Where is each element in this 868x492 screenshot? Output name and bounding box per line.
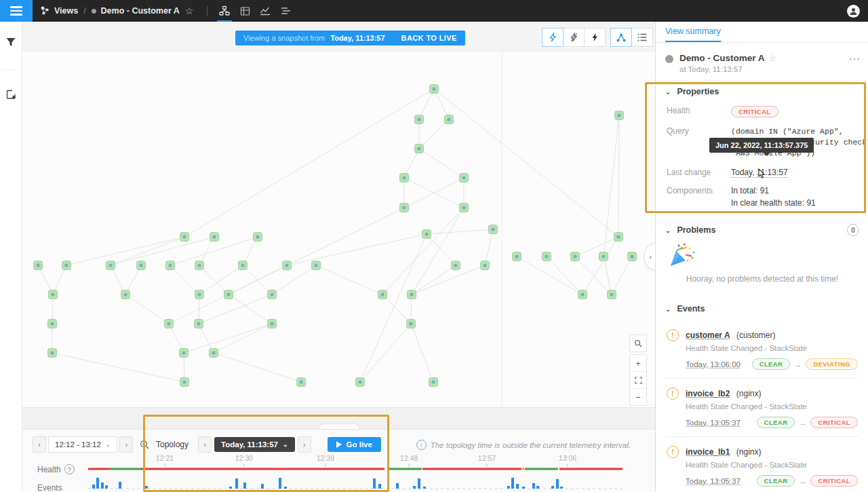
topology-node[interactable] <box>628 252 637 261</box>
topology-time-prev-button[interactable]: ‹ <box>198 436 212 453</box>
topology-node[interactable] <box>542 252 551 261</box>
topology-node[interactable] <box>460 204 469 212</box>
topology-node[interactable] <box>62 261 71 270</box>
topology-node[interactable] <box>165 320 174 328</box>
topology-node[interactable] <box>49 290 58 299</box>
filter-funnel-icon[interactable] <box>0 27 22 57</box>
event-from-badge: CLEAR <box>757 475 795 487</box>
interval-next-button[interactable]: › <box>119 436 133 453</box>
favorite-star-icon[interactable]: ☆ <box>185 5 194 16</box>
event-card[interactable]: ! invoice_lb2 (nginx) Health State Chang… <box>665 378 859 436</box>
event-component-name[interactable]: invoice_lb1 <box>686 447 730 457</box>
topology-node[interactable] <box>34 261 43 270</box>
topology-node[interactable] <box>578 290 587 299</box>
topology-node[interactable] <box>180 349 189 358</box>
topology-node[interactable] <box>297 378 306 387</box>
event-card[interactable]: ! invoice_lb1 (nginx) Health State Chang… <box>665 436 859 492</box>
problems-header[interactable]: ⌄ Problems 0 <box>665 224 859 236</box>
topology-node[interactable] <box>106 261 115 270</box>
topology-node[interactable] <box>195 290 204 299</box>
topology-view-icon[interactable] <box>214 0 235 22</box>
topology-node[interactable] <box>283 261 292 270</box>
topology-node[interactable] <box>378 290 387 299</box>
topology-node[interactable] <box>356 378 365 387</box>
telemetry-interval-select[interactable]: 12:12 - 13:12 ⌄ <box>48 436 117 453</box>
fit-to-screen-icon[interactable] <box>630 372 646 389</box>
telemetry-chart-view-icon[interactable] <box>255 0 275 22</box>
topology-node[interactable] <box>239 261 248 270</box>
topology-node[interactable] <box>513 252 521 261</box>
topology-node[interactable] <box>224 290 233 299</box>
table-view-icon[interactable] <box>235 0 255 22</box>
topology-node[interactable] <box>400 174 409 183</box>
topology-node[interactable] <box>254 233 262 242</box>
topology-mode-icon[interactable] <box>610 28 632 47</box>
event-component-name[interactable]: customer A <box>686 330 730 340</box>
topology-node[interactable] <box>422 230 431 239</box>
topology-node[interactable] <box>400 204 409 212</box>
zoom-in-icon[interactable]: + <box>630 355 646 372</box>
topology-node[interactable] <box>430 85 439 94</box>
problems-bolt-slash-icon[interactable] <box>563 28 585 47</box>
topology-node[interactable] <box>180 378 189 387</box>
topology-node[interactable] <box>407 320 416 328</box>
topology-node[interactable] <box>608 290 616 299</box>
interval-zoom-out-icon[interactable] <box>137 437 152 452</box>
list-mode-icon[interactable] <box>631 28 653 47</box>
topology-node[interactable] <box>571 252 580 261</box>
topology-node[interactable] <box>210 233 219 242</box>
topology-node[interactable] <box>599 252 608 261</box>
topology-time-value: Today, 11:13:57 <box>221 440 278 449</box>
topology-node[interactable] <box>408 290 416 299</box>
topology-node[interactable] <box>268 320 277 328</box>
health-help-icon[interactable]: ? <box>64 464 75 474</box>
topology-node[interactable] <box>415 145 424 153</box>
topology-node[interactable] <box>180 233 189 242</box>
topology-node[interactable] <box>210 349 218 358</box>
topology-node[interactable] <box>489 225 498 234</box>
event-time[interactable]: Today, 13:05:37 <box>686 477 741 485</box>
topology-node[interactable] <box>48 349 57 358</box>
breadcrumb-views[interactable]: Views <box>54 6 78 16</box>
topology-graph[interactable] <box>22 51 655 407</box>
interval-prev-button[interactable]: ‹ <box>33 436 46 453</box>
event-card[interactable]: ! customer A (customer) Health State Cha… <box>665 320 859 378</box>
breadcrumb-view-name: Demo - Customer A <box>101 6 180 16</box>
topology-node[interactable] <box>429 378 438 387</box>
hamburger-menu-button[interactable] <box>0 0 33 22</box>
topology-node[interactable] <box>415 115 424 124</box>
topology-node[interactable] <box>481 261 490 270</box>
topology-time-select[interactable]: Today, 11:13:57 ⌄ <box>214 437 295 452</box>
event-component-name[interactable]: invoice_lb2 <box>686 389 730 398</box>
events-list-view-icon[interactable] <box>275 0 296 22</box>
topology-node[interactable] <box>312 261 321 270</box>
view-settings-icon[interactable] <box>0 79 22 109</box>
topology-time-next-button[interactable]: › <box>298 436 311 453</box>
zoom-out-icon[interactable]: − <box>630 389 646 405</box>
tab-view-summary[interactable]: View summary <box>665 26 721 42</box>
go-live-button[interactable]: Go live <box>328 437 381 452</box>
problems-bolt-outline-icon[interactable] <box>542 28 564 47</box>
user-avatar[interactable] <box>847 5 860 18</box>
topology-node[interactable] <box>195 320 203 328</box>
topology-node[interactable] <box>48 320 57 328</box>
topology-node[interactable] <box>195 261 204 270</box>
topology-node[interactable] <box>615 111 624 120</box>
problems-bolt-filled-icon[interactable] <box>584 28 606 47</box>
back-to-live-button[interactable]: BACK TO LIVE <box>401 34 457 42</box>
topology-node[interactable] <box>614 233 623 242</box>
topology-node[interactable] <box>166 261 175 270</box>
favorite-star-icon[interactable]: ☆ <box>769 53 777 63</box>
event-time[interactable]: Today, 13:06:00 <box>686 360 741 368</box>
zoom-lens-icon[interactable] <box>630 335 646 352</box>
topology-node[interactable] <box>121 290 130 299</box>
topology-node[interactable] <box>452 261 460 270</box>
events-header[interactable]: ⌄ Events <box>665 304 859 314</box>
topology-node[interactable] <box>268 290 277 299</box>
topology-node[interactable] <box>137 261 146 270</box>
topology-node[interactable] <box>445 115 454 124</box>
topology-node[interactable] <box>460 174 469 183</box>
event-time[interactable]: Today, 13:05:37 <box>686 419 741 427</box>
more-options-icon[interactable]: ··· <box>849 53 861 64</box>
properties-header[interactable]: ⌄ Properties <box>665 87 859 96</box>
